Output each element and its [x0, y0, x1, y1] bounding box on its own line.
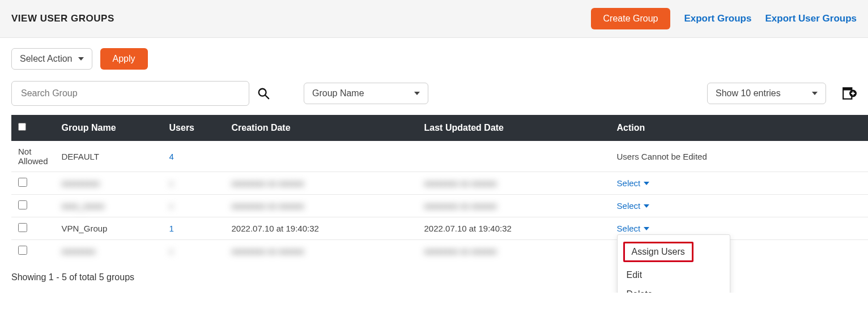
- checkbox-cell: Not Allowed: [11, 141, 55, 172]
- user-count-link[interactable]: x: [169, 201, 174, 211]
- header-actions: Create Group Export Groups Export User G…: [591, 8, 857, 29]
- group-name-cell: xxxxxxxxx: [55, 172, 163, 195]
- dropdown-item-edit[interactable]: Edit: [618, 265, 730, 285]
- checkbox-cell: [11, 217, 55, 240]
- apply-button[interactable]: Apply: [100, 48, 148, 70]
- checkbox-cell: [11, 172, 55, 195]
- users-cell: x: [163, 240, 225, 263]
- show-entries-label: Show 10 entries: [716, 88, 781, 98]
- search-icon[interactable]: [257, 87, 270, 100]
- toolbar-row: Select Action Apply: [0, 38, 868, 75]
- table-row: VPN_Group12022.07.10 at 19:40:322022.07.…: [11, 217, 868, 240]
- column-users: Users: [163, 115, 225, 141]
- creation-date-cell: xxxxxxxx xx xxxxxx: [225, 240, 418, 263]
- user-count-link[interactable]: 4: [169, 152, 174, 161]
- user-count-link[interactable]: 1: [169, 224, 174, 233]
- chevron-down-icon: [78, 57, 84, 61]
- table-row: xxxxxxxxxxxxxxxxxx xx xxxxxxxxxxxxxx xx …: [11, 172, 868, 195]
- caret-down-icon: [644, 227, 649, 230]
- row-checkbox[interactable]: [18, 178, 27, 187]
- table-row: xxxx_xxxxxxxxxxxxxx xx xxxxxxxxxxxxxx xx…: [11, 195, 868, 217]
- add-column-icon[interactable]: [842, 86, 857, 101]
- search-group-input[interactable]: [11, 81, 249, 106]
- users-cell: x: [163, 172, 225, 195]
- select-action-label: Select Action: [20, 54, 73, 64]
- creation-date-cell: xxxxxxxx xx xxxxxx: [225, 195, 418, 217]
- filter-row: Group Name Show 10 entries: [0, 75, 868, 115]
- page-title: VIEW USER GROUPS: [11, 13, 114, 24]
- table-header-row: Group Name Users Creation Date Last Upda…: [11, 115, 868, 141]
- select-action-link[interactable]: Select: [617, 178, 650, 188]
- checkbox-header-cell: [11, 115, 55, 141]
- group-name-filter-label: Group Name: [312, 88, 364, 98]
- select-all-checkbox[interactable]: [18, 123, 26, 131]
- row-checkbox[interactable]: [18, 200, 27, 209]
- show-entries-dropdown[interactable]: Show 10 entries: [707, 83, 826, 104]
- last-updated-cell: xxxxxxxx xx xxxxxx: [418, 195, 610, 217]
- header-bar: VIEW USER GROUPS Create Group Export Gro…: [0, 0, 868, 38]
- select-action-link[interactable]: Select: [617, 224, 650, 233]
- last-updated-cell: 2022.07.10 at 19:40:32: [418, 217, 610, 240]
- users-cell: 1: [163, 217, 225, 240]
- creation-date-cell: 2022.07.10 at 19:40:32: [225, 217, 418, 240]
- group-name-cell: DEFAULT: [55, 141, 163, 172]
- column-creation-date: Creation Date: [225, 115, 418, 141]
- user-count-link[interactable]: x: [169, 178, 174, 188]
- action-cell: SelectAssign UsersEditDeleteDownload Mem…: [610, 217, 868, 240]
- column-last-updated-date: Last Updated Date: [418, 115, 610, 141]
- action-cell: Select: [610, 195, 868, 217]
- select-label: Select: [617, 178, 641, 188]
- export-user-groups-link[interactable]: Export User Groups: [765, 13, 857, 24]
- users-cell: 4: [163, 141, 225, 172]
- creation-date-cell: [225, 141, 418, 172]
- checkbox-cell: [11, 240, 55, 263]
- action-cell: Select: [610, 172, 868, 195]
- dropdown-item-assign-users[interactable]: Assign Users: [618, 238, 730, 265]
- caret-down-icon: [644, 204, 649, 208]
- assign-users-highlight: Assign Users: [623, 242, 693, 262]
- column-group-name: Group Name: [55, 115, 163, 141]
- footer-summary: Showing 1 - 5 of total 5 groups: [0, 262, 868, 293]
- groups-table: Group Name Users Creation Date Last Upda…: [11, 115, 868, 262]
- select-action-link[interactable]: Select: [617, 201, 650, 211]
- group-name-filter-dropdown[interactable]: Group Name: [304, 83, 428, 104]
- last-updated-cell: [418, 141, 610, 172]
- group-name-cell: xxxxxxxx: [55, 240, 163, 263]
- action-dropdown-menu: Assign UsersEditDeleteDownload Members: [617, 234, 730, 293]
- row-checkbox[interactable]: [18, 223, 27, 232]
- dropdown-item-delete[interactable]: Delete: [618, 285, 730, 293]
- last-updated-cell: xxxxxxxx xx xxxxxx: [418, 172, 610, 195]
- search-wrap: [11, 81, 270, 106]
- chevron-down-icon: [812, 92, 818, 95]
- svg-rect-3: [843, 88, 852, 90]
- creation-date-cell: xxxxxxxx xx xxxxxx: [225, 172, 418, 195]
- checkbox-cell: [11, 195, 55, 217]
- column-action: Action: [610, 115, 868, 141]
- create-group-button[interactable]: Create Group: [591, 8, 671, 29]
- group-name-cell: xxxx_xxxxx: [55, 195, 163, 217]
- last-updated-cell: xxxxxxxx xx xxxxxx: [418, 240, 610, 263]
- select-label: Select: [617, 201, 641, 211]
- chevron-down-icon: [414, 92, 420, 95]
- action-cell: Users Cannot be Edited: [610, 141, 868, 172]
- user-count-link[interactable]: x: [169, 246, 174, 256]
- select-action-dropdown[interactable]: Select Action: [11, 48, 92, 70]
- caret-down-icon: [644, 182, 649, 185]
- users-cell: x: [163, 195, 225, 217]
- select-label: Select: [617, 224, 641, 233]
- group-name-cell: VPN_Group: [55, 217, 163, 240]
- svg-line-1: [265, 95, 269, 98]
- export-groups-link[interactable]: Export Groups: [684, 13, 751, 24]
- table-row: xxxxxxxxxxxxxxxxx xx xxxxxxxxxxxxxx xx x…: [11, 240, 868, 263]
- row-checkbox[interactable]: [18, 246, 27, 255]
- entries-wrap: Show 10 entries: [707, 83, 857, 104]
- table-row: Not AllowedDEFAULT4Users Cannot be Edite…: [11, 141, 868, 172]
